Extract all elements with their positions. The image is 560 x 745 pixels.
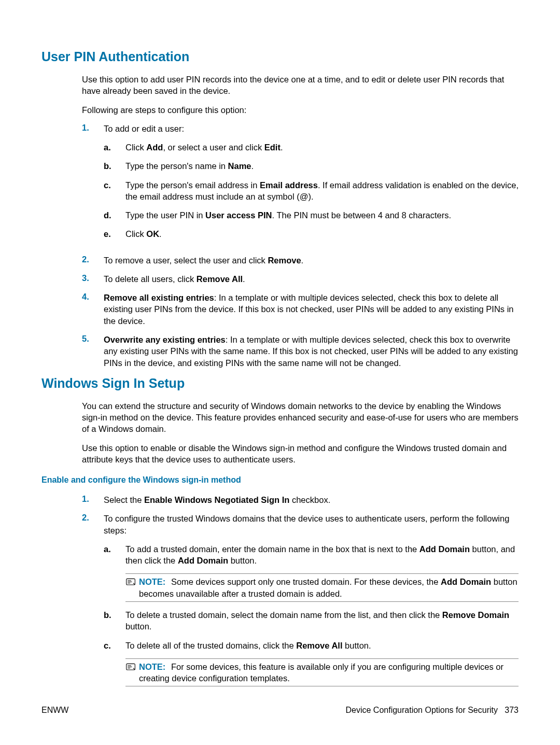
list-marker: b. [104, 160, 125, 172]
list-marker: 3. [82, 273, 104, 285]
page-footer: ENWW Device Configuration Options for Se… [41, 706, 519, 715]
sub-list: a. Click Add, or select a user and click… [104, 142, 519, 240]
footer-right: Device Configuration Options for Securit… [345, 706, 519, 715]
list-marker: 1. [82, 494, 104, 505]
heading-enable-configure: Enable and configure the Windows sign-in… [41, 475, 519, 485]
list-marker: b. [104, 609, 125, 632]
list-item: 5. Overwrite any existing entries: In a … [82, 334, 519, 369]
list-item: 2. To remove a user, select the user and… [82, 255, 519, 266]
list-marker: 4. [82, 292, 104, 327]
list-marker: 2. [82, 255, 104, 266]
list-item: c. Type the person's email address in Em… [104, 179, 519, 203]
win-steps: 1. Select the Enable Windows Negotiated … [82, 494, 519, 694]
list-marker: 2. [82, 513, 104, 694]
list-item: 2. To configure the trusted Windows doma… [82, 513, 519, 694]
list-item: e. Click OK. [104, 228, 519, 240]
note-icon [125, 662, 137, 675]
list-item: 1. Select the Enable Windows Negotiated … [82, 494, 519, 505]
note-icon [125, 577, 137, 590]
list-item: d. Type the user PIN in User access PIN.… [104, 209, 519, 221]
heading-windows-signin: Windows Sign In Setup [41, 376, 519, 391]
list-marker: c. [104, 640, 125, 651]
list-marker: 5. [82, 334, 104, 369]
list-item: b. Type the person's name in Name. [104, 160, 519, 172]
heading-user-pin: User PIN Authentication [41, 49, 519, 64]
list-item: 1. To add or edit a user: a. Click Add, … [82, 123, 519, 247]
list-text: To add or edit a user: [104, 124, 184, 133]
list-item: a. Click Add, or select a user and click… [104, 142, 519, 153]
user-pin-steps: 1. To add or edit a user: a. Click Add, … [82, 123, 519, 369]
para-user-pin-intro1: Use this option to add user PIN records … [82, 74, 519, 97]
note-label: NOTE: [139, 662, 165, 671]
para-user-pin-intro2: Following are steps to configure this op… [82, 104, 519, 116]
sub-list: b. To delete a trusted domain, select th… [104, 609, 519, 651]
list-marker: d. [104, 209, 125, 221]
note-label: NOTE: [139, 577, 165, 586]
note-box: NOTE: For some devices, this feature is … [125, 658, 519, 687]
list-marker: a. [104, 142, 125, 153]
list-item: b. To delete a trusted domain, select th… [104, 609, 519, 632]
para-win-p1: You can extend the structure and securit… [82, 400, 519, 435]
note-box: NOTE: Some devices support only one trus… [125, 573, 519, 602]
list-marker: e. [104, 228, 125, 240]
list-marker: c. [104, 179, 125, 203]
list-marker: 1. [82, 123, 104, 247]
sub-list: a. To add a trusted domain, enter the do… [104, 543, 519, 567]
para-win-p2: Use this option to enable or disable the… [82, 442, 519, 466]
list-marker: a. [104, 543, 125, 567]
list-item: 3. To delete all users, click Remove All… [82, 273, 519, 285]
footer-left: ENWW [41, 706, 68, 715]
list-item: 4. Remove all existing entries: In a tem… [82, 292, 519, 327]
list-item: c. To delete all of the trusted domains,… [104, 640, 519, 651]
list-item: a. To add a trusted domain, enter the do… [104, 543, 519, 567]
